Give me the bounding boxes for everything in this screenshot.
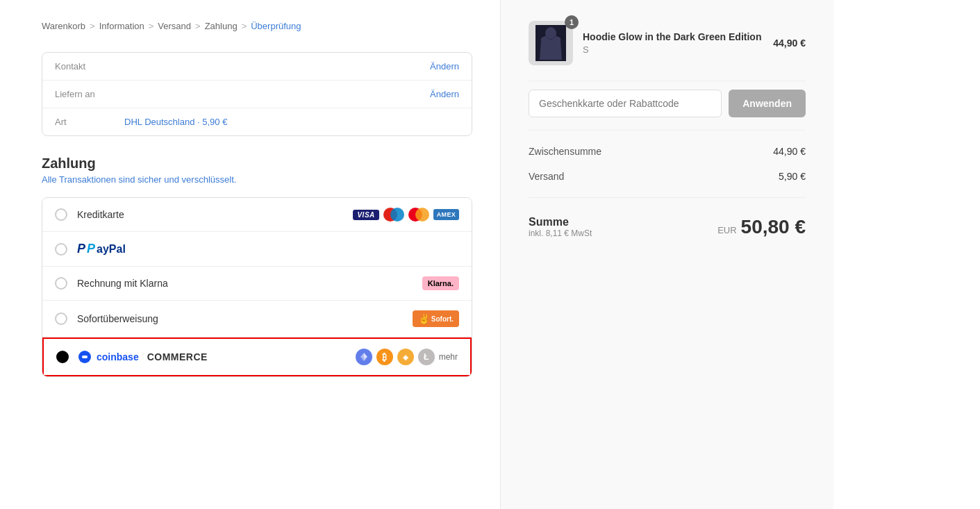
coinbase-logo-icon (78, 351, 91, 363)
total-sub-label: inkl. 8,11 € MwSt (529, 228, 592, 238)
shipping-row: Versand 5,90 € (529, 164, 806, 189)
art-detail: DHL Deutschland · 5,90 € (124, 117, 227, 127)
sofort-badge-icon: ✌ Sofort. (413, 310, 459, 327)
coinbase-logo: coinbase COMMERCE (78, 351, 208, 363)
total-currency: EUR (717, 225, 736, 235)
kontakt-row: Kontakt Ändern (42, 53, 472, 81)
total-row: Summe inkl. 8,11 € MwSt EUR 50,80 € (529, 206, 806, 242)
svg-rect-1 (82, 356, 88, 358)
total-label: Summe (529, 216, 592, 228)
divider-1 (529, 81, 806, 81)
visa-icon: VISA (353, 210, 379, 220)
product-price: 44,90 € (773, 37, 806, 49)
kontakt-change-link[interactable]: Ändern (430, 61, 459, 72)
klarna-icons: Klarna. (422, 276, 459, 290)
sofort-label: Sofortüberweisung (77, 313, 403, 324)
art-label: Art (55, 117, 124, 127)
radio-coinbase-dot (59, 353, 66, 360)
litecoin-icon: Ł (418, 349, 435, 365)
dai-icon: ◈ (397, 349, 414, 365)
discount-row: Anwenden (529, 90, 806, 117)
breadcrumb-versand[interactable]: Versand (158, 21, 191, 31)
payment-option-klarna[interactable]: Rechnung mit Klarna Klarna. (42, 267, 472, 301)
kontakt-label: Kontakt (55, 61, 124, 72)
product-image (529, 21, 573, 65)
mastercard-icon (408, 208, 429, 222)
discount-input[interactable] (529, 90, 722, 117)
paypal-logo: P P ayPal (77, 242, 126, 256)
radio-coinbase[interactable] (56, 351, 69, 363)
subtotal-value: 44,90 € (773, 146, 806, 157)
kreditkarte-icons: VISA AMEX (353, 208, 459, 222)
total-price-wrap: EUR 50,80 € (717, 216, 806, 238)
subtotal-row: Zwischensumme 44,90 € (529, 139, 806, 164)
breadcrumb-sep-3: > (195, 21, 201, 31)
product-image-wrap: 1 (529, 21, 573, 65)
paypal-text: ayPal (97, 243, 126, 256)
apply-discount-button[interactable]: Anwenden (729, 90, 806, 117)
breadcrumb-zahlung[interactable]: Zahlung (205, 21, 238, 31)
liefern-change-link[interactable]: Ändern (430, 89, 459, 99)
radio-kreditkarte[interactable] (55, 208, 67, 221)
radio-klarna[interactable] (55, 277, 67, 290)
paypal-p1-icon: P (77, 242, 85, 256)
product-variant: S (583, 44, 763, 55)
shipping-value: 5,90 € (779, 171, 806, 182)
product-row: 1 Hoodie Glow in the Dark Green Edition … (529, 21, 806, 65)
kreditkarte-label: Kreditkarte (77, 209, 343, 220)
liefern-row: Liefern an Ändern (42, 81, 472, 108)
coinbase-crypto-icons: ₿ ◈ Ł mehr (356, 349, 458, 365)
order-summary: 1 Hoodie Glow in the Dark Green Edition … (500, 0, 833, 509)
art-row: Art DHL Deutschland · 5,90 € (42, 108, 472, 135)
bitcoin-icon: ₿ (376, 349, 393, 365)
coinbase-text: coinbase (97, 351, 139, 362)
breadcrumb-sep-2: > (149, 21, 154, 31)
payment-options: Kreditkarte VISA AMEX (42, 197, 472, 377)
total-price: 50,80 € (741, 216, 806, 238)
product-quantity-badge: 1 (565, 15, 579, 29)
klarna-badge-icon: Klarna. (422, 276, 459, 290)
total-label-wrap: Summe inkl. 8,11 € MwSt (529, 216, 592, 238)
paypal-p2-icon: P (87, 242, 95, 256)
payment-option-paypal[interactable]: P P ayPal (42, 232, 472, 267)
shipping-label: Versand (529, 171, 564, 182)
subtotal-label: Zwischensumme (529, 146, 601, 157)
liefern-label: Liefern an (55, 89, 124, 99)
radio-sofort[interactable] (55, 312, 67, 325)
payment-option-sofort[interactable]: Sofortüberweisung ✌ Sofort. (42, 301, 472, 337)
breadcrumb-information[interactable]: Information (99, 21, 144, 31)
maestro-icon (383, 208, 404, 222)
product-name: Hoodie Glow in the Dark Green Edition (583, 31, 763, 42)
radio-paypal[interactable] (55, 243, 67, 256)
breadcrumb-sep-4: > (242, 21, 247, 31)
klarna-label: Rechnung mit Klarna (77, 278, 413, 289)
payment-title: Zahlung (42, 156, 472, 172)
divider-3 (529, 197, 806, 198)
breadcrumb-sep-1: > (90, 21, 95, 31)
und-mehr-label: mehr (439, 352, 458, 362)
product-info: Hoodie Glow in the Dark Green Edition S (583, 31, 763, 55)
art-value: DHL Deutschland · 5,90 € (124, 117, 459, 127)
ethereum-icon (356, 349, 372, 365)
info-box: Kontakt Ändern Liefern an Ändern Art DHL… (42, 52, 472, 136)
amex-icon: AMEX (433, 209, 459, 220)
payment-subtitle: Alle Transaktionen sind sicher und versc… (42, 174, 472, 185)
divider-2 (529, 130, 806, 131)
breadcrumb-warenkorb[interactable]: Warenkorb (42, 21, 85, 31)
breadcrumb-uberpruefung: Überprüfung (251, 21, 301, 31)
payment-option-kreditkarte[interactable]: Kreditkarte VISA AMEX (42, 198, 472, 232)
coinbase-commerce-text: COMMERCE (147, 351, 208, 362)
sofort-icons: ✌ Sofort. (413, 310, 459, 327)
breadcrumb: Warenkorb > Information > Versand > Zahl… (42, 21, 472, 31)
product-image-svg (535, 25, 566, 61)
payment-option-coinbase[interactable]: coinbase COMMERCE ₿ ◈ Ł (42, 337, 472, 376)
